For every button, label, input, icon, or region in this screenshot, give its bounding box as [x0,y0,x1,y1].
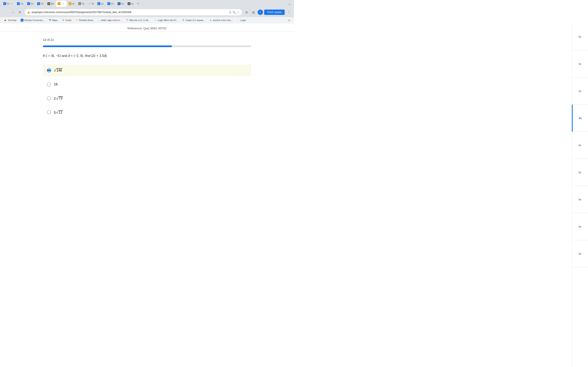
tab-8-title: Ur [82,2,84,5]
bookmark-rome[interactable]: a ancient rome nam... [208,18,234,22]
quiz-container: 13 of 21 If c→ = ⟨6, −5⟩ and d→ = ⟨−2, 6… [35,32,259,124]
tab-9[interactable]: S Si [86,1,95,7]
bookmark-youtube[interactable]: ▶ YouTube [2,18,18,22]
bookmark-dellor-label: dellor rage remix b... [101,19,121,21]
tab-7[interactable]: U Ur [67,1,76,7]
address-bar-row: ← → ↻ 🔒 asuprepaz.instructure.com/course… [0,7,294,17]
choice-d[interactable]: 5 √11 [43,107,251,118]
tab-list-button[interactable]: ⌄ [287,1,292,7]
bookmark-maps[interactable]: 🗺 Maps [47,18,60,22]
rome-favicon: a [209,19,212,22]
bookmark-rosetta[interactable]: R Rosetta Stone [74,18,95,22]
radio-d[interactable] [47,110,51,114]
tab-2-favicon: C [17,2,20,5]
bookmark-rome-label: ancient rome nam... [213,19,233,21]
question-text: If c→ = ⟨6, −5⟩ and d→ = ⟨−2, 6⟩, find |… [43,53,251,58]
bookmark-gmail[interactable]: ✉ Gmail [60,18,73,22]
bookmark-graph-label: Graph of y equals... [186,19,205,21]
forward-button[interactable]: → [10,9,16,15]
tab-12-favicon: C [118,2,121,5]
tab-13-title: sc [131,2,134,5]
address-bar[interactable]: 🔒 asuprepaz.instructure.com/courses/6597… [25,9,242,16]
tab-12-title: Cc [121,2,124,5]
tab-5-favicon: D [47,2,50,5]
gmail-favicon: ✉ [62,19,65,22]
bookmark-dellor[interactable]: ♪ dellor rage remix b... [96,18,123,22]
search-icon[interactable]: 🔍 [233,11,236,14]
cast-icon[interactable]: ⊡ [229,11,231,14]
answer-choices: √146 16 2 √73 [43,65,251,118]
menu-button[interactable]: ⋮ [286,9,292,15]
vector-d-label: d→ [68,54,70,58]
tab-2[interactable]: C Cc [15,1,25,7]
tab-11-title: Cc [111,2,114,5]
rosetta-favicon: R [75,19,78,22]
tab-1-close[interactable]: × [10,2,13,5]
choice-c-label: 2 √73 [54,96,63,100]
bookmark-density[interactable]: D Density Conversio... [19,18,46,22]
logic-favicon: ♩ [154,19,157,22]
tab-4-favicon: C [37,2,40,5]
tab-12[interactable]: C Cc [116,1,126,7]
why-us-favicon: T [126,19,129,22]
profile-button[interactable]: I [258,9,263,15]
finish-update-button[interactable]: Finish update [264,9,285,15]
toolbar-right: ⧉ ▥ I Finish update ⋮ [244,9,292,15]
tab-13[interactable]: sc sc [126,1,135,7]
radio-c[interactable] [47,96,51,100]
tab-8[interactable]: — Ur [77,1,86,7]
maps-favicon: 🗺 [49,19,52,22]
choice-c[interactable]: 2 √73 [43,92,251,104]
tab-3-favicon: C [27,2,30,5]
bookmarks-more-button[interactable]: » [287,18,292,23]
bookmark-why-us[interactable]: T Why the U.S. Is Sti... [124,18,151,22]
back-button[interactable]: ← [2,9,8,15]
bookmark-why-us-label: Why the U.S. Is Sti... [129,19,150,21]
tab-3[interactable]: C Cc [26,1,35,7]
radio-b[interactable] [47,82,51,86]
tab-10-title: Cc [101,2,104,5]
address-bar-icons: ⊡ 🔍 ☆ [229,11,240,14]
bookmark-youtube-label: YouTube [8,19,17,21]
tab-1-title: Cc [7,2,9,5]
extensions-icon[interactable]: ⧉ [244,9,250,15]
address-url[interactable]: asuprepaz.instructure.com/courses/65975/… [31,11,228,14]
tab-9-title: Si [92,2,94,5]
tab-7-favicon: U [69,2,71,5]
tab-5[interactable]: D De [46,1,56,7]
reference-text: Reference: Quiz 6581 05702 [127,26,167,30]
bookmark-login[interactable]: ↓ Login [235,18,248,22]
tab-13-favicon: sc [128,2,130,5]
bookmark-rosetta-label: Rosetta Stone [79,19,93,21]
bookmark-logic[interactable]: ♩ Logic Men's No Pr... [153,18,180,22]
tab-8-favicon: — [78,2,81,5]
tab-5-title: De [51,2,54,5]
bookmarks-bar: ▶ YouTube D Density Conversio... 🗺 Maps … [0,17,294,23]
tab-10[interactable]: C Cc [96,1,105,7]
lock-icon: 🔒 [27,11,30,14]
choice-b[interactable]: 16 [43,79,251,90]
tab-6-active[interactable]: ✓ × [56,1,67,7]
bookmark-density-label: Density Conversio... [24,19,44,21]
tab-4[interactable]: C Cc [35,1,45,7]
choice-a-label: √146 [54,68,62,73]
radio-a[interactable] [47,68,51,72]
dellor-favicon: ♪ [97,19,100,22]
reference-bar: Reference: Quiz 6581 05702 [0,23,294,32]
sidebar-icon[interactable]: ▥ [251,9,256,15]
tab-bar: C Cc × C Cc C Cc C Cc D De ✓ × U Ur [0,0,294,7]
reload-button[interactable]: ↻ [17,9,23,15]
tab-1[interactable]: C Cc × [2,1,15,7]
vector-c-label: c→ [45,54,47,58]
choice-a[interactable]: √146 [43,65,251,76]
bookmark-icon[interactable]: ☆ [237,11,240,14]
tab-1-favicon: C [3,2,6,5]
login-favicon: ↓ [237,19,240,22]
tab-2-title: Cc [21,2,23,5]
tab-6-favicon: ✓ [58,2,61,5]
tab-6-close[interactable]: × [62,2,65,5]
bookmark-graph[interactable]: G Graph of y equals... [180,18,207,22]
bookmark-maps-label: Maps [52,19,58,21]
new-tab-button[interactable]: + [136,1,140,6]
tab-11[interactable]: C Cc [106,1,115,7]
